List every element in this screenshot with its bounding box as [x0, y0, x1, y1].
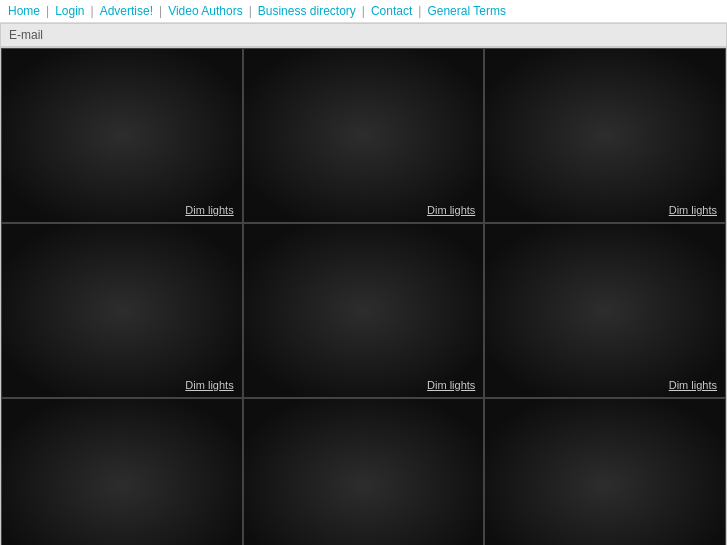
email-label: E-mail	[9, 28, 43, 42]
dim-lights-link-2[interactable]: Dim lights	[427, 204, 475, 216]
dim-lights-link-1[interactable]: Dim lights	[185, 204, 233, 216]
navbar: Home | Login | Advertise! | Video Author…	[0, 0, 727, 23]
nav-sep-6: |	[418, 4, 421, 18]
email-bar: E-mail	[0, 23, 727, 47]
video-cell-7[interactable]: Dim lights	[1, 398, 243, 545]
dim-lights-link-5[interactable]: Dim lights	[427, 379, 475, 391]
video-cell-9[interactable]: Dim lights	[484, 398, 726, 545]
nav-login[interactable]: Login	[55, 4, 84, 18]
nav-video-authors[interactable]: Video Authors	[168, 4, 243, 18]
nav-business-directory[interactable]: Business directory	[258, 4, 356, 18]
video-cell-1[interactable]: Dim lights	[1, 48, 243, 223]
video-cell-5[interactable]: Dim lights	[243, 223, 485, 398]
nav-advertise[interactable]: Advertise!	[100, 4, 153, 18]
nav-sep-5: |	[362, 4, 365, 18]
video-cell-8[interactable]: Dim lights	[243, 398, 485, 545]
video-grid: Dim lights Dim lights Dim lights Dim lig…	[1, 48, 726, 545]
nav-sep-3: |	[159, 4, 162, 18]
dim-lights-link-6[interactable]: Dim lights	[669, 379, 717, 391]
nav-sep-1: |	[46, 4, 49, 18]
video-grid-wrapper: Dim lights Dim lights Dim lights Dim lig…	[0, 47, 727, 545]
video-cell-4[interactable]: Dim lights	[1, 223, 243, 398]
video-cell-6[interactable]: Dim lights	[484, 223, 726, 398]
video-cell-2[interactable]: Dim lights	[243, 48, 485, 223]
nav-home[interactable]: Home	[8, 4, 40, 18]
dim-lights-link-4[interactable]: Dim lights	[185, 379, 233, 391]
nav-contact[interactable]: Contact	[371, 4, 412, 18]
nav-sep-2: |	[91, 4, 94, 18]
dim-lights-link-3[interactable]: Dim lights	[669, 204, 717, 216]
nav-sep-4: |	[249, 4, 252, 18]
video-cell-3[interactable]: Dim lights	[484, 48, 726, 223]
nav-general-terms[interactable]: General Terms	[427, 4, 505, 18]
